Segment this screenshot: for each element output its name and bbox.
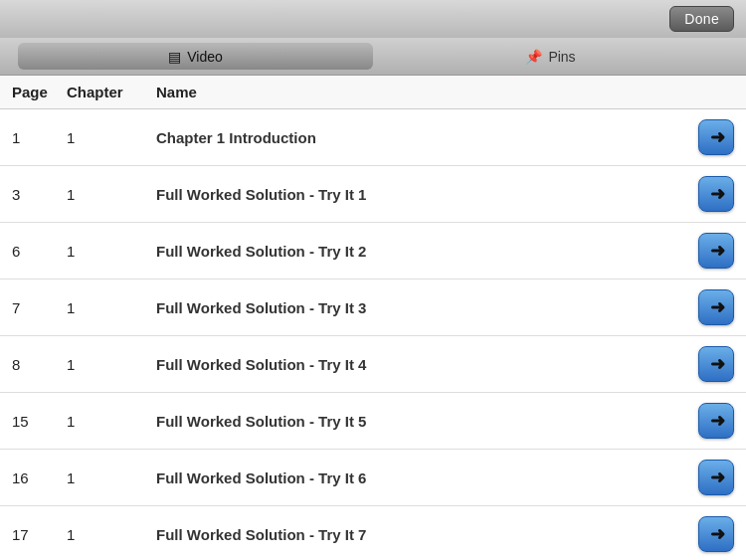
- row-name: Full Worked Solution - Try It 5: [156, 413, 690, 430]
- row-page: 1: [12, 129, 67, 146]
- row-chapter: 1: [67, 526, 156, 543]
- pins-icon: 📌: [525, 49, 542, 65]
- row-action: ➜: [690, 346, 734, 382]
- table-header: Page Chapter Name: [0, 76, 746, 109]
- row-chapter: 1: [67, 413, 156, 430]
- row-page: 16: [12, 469, 67, 486]
- navigate-button[interactable]: ➜: [698, 516, 734, 552]
- table-container: Page Chapter Name 1 1 Chapter 1 Introduc…: [0, 76, 746, 560]
- navigate-button[interactable]: ➜: [698, 233, 734, 269]
- header-chapter: Chapter: [67, 84, 156, 100]
- row-action: ➜: [690, 176, 734, 212]
- row-action: ➜: [690, 516, 734, 552]
- row-action: ➜: [690, 403, 734, 439]
- navigate-button[interactable]: ➜: [698, 289, 734, 325]
- row-chapter: 1: [67, 186, 156, 203]
- table-row: 17 1 Full Worked Solution - Try It 7 ➜: [0, 506, 746, 560]
- arrow-icon: ➜: [710, 412, 725, 430]
- table-row: 6 1 Full Worked Solution - Try It 2 ➜: [0, 223, 746, 280]
- navigate-button[interactable]: ➜: [698, 460, 734, 495]
- row-page: 6: [12, 243, 67, 260]
- row-action: ➜: [690, 119, 734, 155]
- arrow-icon: ➜: [710, 525, 725, 543]
- row-page: 3: [12, 186, 67, 203]
- table-row: 3 1 Full Worked Solution - Try It 1 ➜: [0, 166, 746, 223]
- row-chapter: 1: [67, 299, 156, 316]
- table-body: 1 1 Chapter 1 Introduction ➜ 3 1 Full Wo…: [0, 109, 746, 560]
- row-chapter: 1: [67, 243, 156, 260]
- navigate-button[interactable]: ➜: [698, 176, 734, 212]
- row-name: Full Worked Solution - Try It 3: [156, 299, 690, 316]
- row-action: ➜: [690, 233, 734, 269]
- table-row: 1 1 Chapter 1 Introduction ➜: [0, 109, 746, 166]
- row-name: Full Worked Solution - Try It 6: [156, 469, 690, 486]
- row-name: Full Worked Solution - Try It 7: [156, 526, 690, 543]
- header-page: Page: [12, 84, 67, 100]
- arrow-icon: ➜: [710, 468, 725, 486]
- table-row: 7 1 Full Worked Solution - Try It 3 ➜: [0, 280, 746, 336]
- table-row: 15 1 Full Worked Solution - Try It 5 ➜: [0, 393, 746, 450]
- navigate-button[interactable]: ➜: [698, 119, 734, 155]
- row-chapter: 1: [67, 129, 156, 146]
- top-bar: Done: [0, 0, 746, 38]
- row-page: 8: [12, 356, 67, 373]
- row-chapter: 1: [67, 469, 156, 486]
- row-page: 17: [12, 526, 67, 543]
- row-chapter: 1: [67, 356, 156, 373]
- tab-pins-label: Pins: [548, 49, 575, 65]
- row-name: Full Worked Solution - Try It 2: [156, 243, 690, 260]
- row-page: 15: [12, 413, 67, 430]
- arrow-icon: ➜: [710, 298, 725, 316]
- done-button[interactable]: Done: [669, 6, 734, 32]
- tab-video-label: Video: [187, 49, 223, 65]
- arrow-icon: ➜: [710, 128, 725, 146]
- row-name: Full Worked Solution - Try It 1: [156, 186, 690, 203]
- table-row: 16 1 Full Worked Solution - Try It 6 ➜: [0, 450, 746, 506]
- navigate-button[interactable]: ➜: [698, 403, 734, 439]
- navigate-button[interactable]: ➜: [698, 346, 734, 382]
- row-page: 7: [12, 299, 67, 316]
- header-name: Name: [156, 84, 690, 100]
- tab-pins[interactable]: 📌 Pins: [373, 43, 728, 70]
- video-icon: ▤: [168, 49, 181, 65]
- arrow-icon: ➜: [710, 355, 725, 373]
- row-action: ➜: [690, 289, 734, 325]
- arrow-icon: ➜: [710, 242, 725, 260]
- row-name: Full Worked Solution - Try It 4: [156, 356, 690, 373]
- tab-bar: ▤ Video 📌 Pins: [0, 38, 746, 76]
- tab-video[interactable]: ▤ Video: [18, 43, 373, 70]
- arrow-icon: ➜: [710, 185, 725, 203]
- row-name: Chapter 1 Introduction: [156, 129, 690, 146]
- row-action: ➜: [690, 460, 734, 495]
- table-row: 8 1 Full Worked Solution - Try It 4 ➜: [0, 336, 746, 393]
